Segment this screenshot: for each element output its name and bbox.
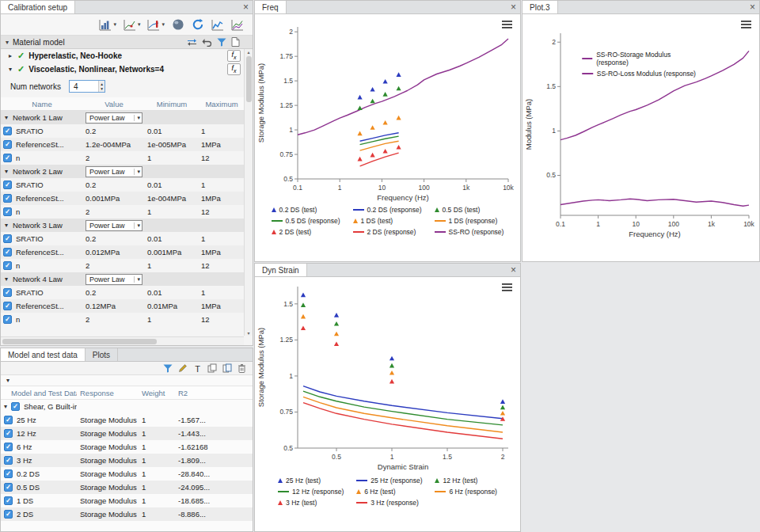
scroll-up-icon[interactable]: ▴ <box>247 49 249 55</box>
parameter-min[interactable]: 0.01 <box>145 127 199 135</box>
parameter-max[interactable]: 1MPa <box>199 302 245 310</box>
parameter-max[interactable]: 1 <box>199 288 245 297</box>
parameter-max[interactable]: 1MPa <box>199 194 245 203</box>
expander-icon[interactable]: ▸ <box>7 52 13 59</box>
checkbox[interactable] <box>11 402 20 411</box>
fx-button[interactable]: fx <box>227 50 241 62</box>
parameter-min[interactable]: 0.001MPa <box>145 248 199 256</box>
parameter-value[interactable]: 2 <box>83 315 145 324</box>
parameter-min[interactable]: 0.01 <box>145 234 199 243</box>
parameter-min[interactable]: 1e-004MPa <box>145 194 199 203</box>
expander-icon[interactable]: ▾ <box>3 168 10 175</box>
checkbox[interactable] <box>4 429 13 438</box>
close-icon[interactable]: × <box>511 2 516 13</box>
law-dropdown[interactable]: Power Law ▾ <box>86 166 142 177</box>
parameter-value[interactable]: 0.2 <box>83 288 145 297</box>
spinner-buttons[interactable]: ▴ ▾ <box>98 81 104 92</box>
checkbox[interactable] <box>3 180 12 189</box>
scrollbar-thumb[interactable] <box>246 56 252 102</box>
copy-data-button[interactable] <box>207 359 217 377</box>
checkbox[interactable] <box>4 496 13 505</box>
data-row[interactable]: 12 Hz Storage Modulus 1 -1.443... <box>1 427 253 440</box>
sphere-tool-button[interactable] <box>169 16 187 33</box>
point-chart-tool-button[interactable]: ▾ <box>121 16 143 33</box>
checkbox[interactable] <box>3 315 12 324</box>
spin-down-icon[interactable]: ▾ <box>101 86 103 91</box>
data-row[interactable]: 0.5 DS Storage Modulus 1 -24.095... <box>1 481 253 494</box>
parameter-max[interactable]: 12 <box>199 261 245 270</box>
parameter-value[interactable]: 2 <box>83 261 145 270</box>
thermo-chart-tool-button[interactable]: ▾ <box>145 16 167 33</box>
parameter-max[interactable]: 1MPa <box>199 248 245 256</box>
parameter-value[interactable]: 1.2e-004MPa <box>83 140 145 149</box>
parameter-min[interactable]: 1 <box>145 207 199 216</box>
model-row-hyperelastic[interactable]: ▸ ✓ Hyperelastic, Neo-Hooke fx <box>1 49 253 63</box>
data-filter-row[interactable]: ▾ <box>1 375 253 386</box>
parameter-min[interactable]: 0.01 <box>145 180 199 189</box>
parameter-value[interactable]: 0.2 <box>83 234 145 243</box>
parameter-max[interactable]: 1MPa <box>199 140 245 149</box>
parameter-max[interactable]: 12 <box>199 154 245 162</box>
checkbox[interactable] <box>4 469 13 478</box>
checkbox[interactable] <box>4 483 13 492</box>
checkbox[interactable] <box>3 248 12 256</box>
parameter-value[interactable]: 0.12MPa <box>83 302 145 310</box>
checkbox[interactable] <box>3 261 12 270</box>
expander-icon[interactable]: ▾ <box>3 276 10 283</box>
law-dropdown[interactable]: Power Law ▾ <box>86 220 142 231</box>
expander-icon[interactable]: ▾ <box>3 114 10 121</box>
expander-icon[interactable]: ▾ <box>3 222 10 229</box>
tab-model-and-test-data[interactable]: Model and test data <box>1 348 86 361</box>
parameter-value[interactable]: 2 <box>83 154 145 162</box>
parameter-value[interactable]: 0.012MPa <box>83 248 145 256</box>
checkbox[interactable] <box>3 234 12 243</box>
checkbox[interactable] <box>3 154 12 162</box>
data-row[interactable]: 1 DS Storage Modulus 1 -18.685... <box>1 494 253 507</box>
checkbox[interactable] <box>3 140 12 149</box>
checkbox[interactable] <box>3 207 12 216</box>
parameter-max[interactable]: 1 <box>199 127 245 135</box>
tab-calibration-setup[interactable]: Calibration setup <box>1 1 75 13</box>
parameter-min[interactable]: 1 <box>145 261 199 270</box>
parameter-min[interactable]: 0.01 <box>145 288 199 297</box>
checkbox[interactable] <box>4 456 13 465</box>
checkbox[interactable] <box>3 302 12 310</box>
parameter-value[interactable]: 0.001MPa <box>83 194 145 203</box>
scrollbar-thumb[interactable] <box>2 339 157 344</box>
parameter-value[interactable]: 0.2 <box>83 127 145 135</box>
horizontal-scrollbar[interactable] <box>1 336 244 345</box>
data-row[interactable]: 6 Hz Storage Modulus 1 -1.62168 <box>1 440 253 454</box>
checkbox[interactable] <box>3 127 12 135</box>
data-row[interactable]: 2 DS Storage Modulus 1 -8.886... <box>1 507 253 521</box>
law-dropdown[interactable]: Power Law ▾ <box>86 112 142 124</box>
close-icon[interactable]: × <box>750 2 755 13</box>
material-model-header[interactable]: ▾ Material model <box>1 36 253 49</box>
close-icon[interactable]: × <box>511 264 516 276</box>
parameter-max[interactable]: 12 <box>199 207 245 216</box>
checkbox[interactable] <box>3 288 12 297</box>
law-dropdown[interactable]: Power Law ▾ <box>86 274 142 285</box>
parameter-min[interactable]: 1 <box>145 154 199 162</box>
parameter-max[interactable]: 1 <box>199 180 245 189</box>
tab-plot3[interactable]: Plot.3 <box>522 1 558 13</box>
checkbox[interactable] <box>4 443 13 451</box>
tab-freq[interactable]: Freq <box>255 1 287 13</box>
text-tool-button[interactable]: T <box>193 359 202 377</box>
edit-data-button[interactable] <box>178 359 188 377</box>
multi-chart-tool-button[interactable] <box>229 16 246 33</box>
expander-icon[interactable]: ▾ <box>4 403 7 410</box>
chart-menu-icon[interactable] <box>502 283 512 291</box>
parameter-min[interactable]: 1 <box>145 315 199 324</box>
parameter-max[interactable]: 1 <box>199 234 245 243</box>
model-row-viscoelastic[interactable]: ▾ ✓ Viscoelastic, Nonlinear, Networks=4 … <box>1 63 253 76</box>
tab-dyn-strain[interactable]: Dyn Strain <box>255 264 307 276</box>
line-chart-tool-button[interactable] <box>209 16 226 33</box>
chart-menu-icon[interactable] <box>502 21 512 28</box>
parameter-max[interactable]: 12 <box>199 315 245 324</box>
parameter-min[interactable]: 1e-005MPa <box>145 140 199 149</box>
swap-button[interactable] <box>187 33 197 51</box>
parameter-value[interactable]: 0.2 <box>83 180 145 189</box>
expander-icon[interactable]: ▾ <box>7 66 13 73</box>
parameter-min[interactable]: 0.01MPa <box>145 302 199 310</box>
filter-button[interactable] <box>217 33 226 51</box>
